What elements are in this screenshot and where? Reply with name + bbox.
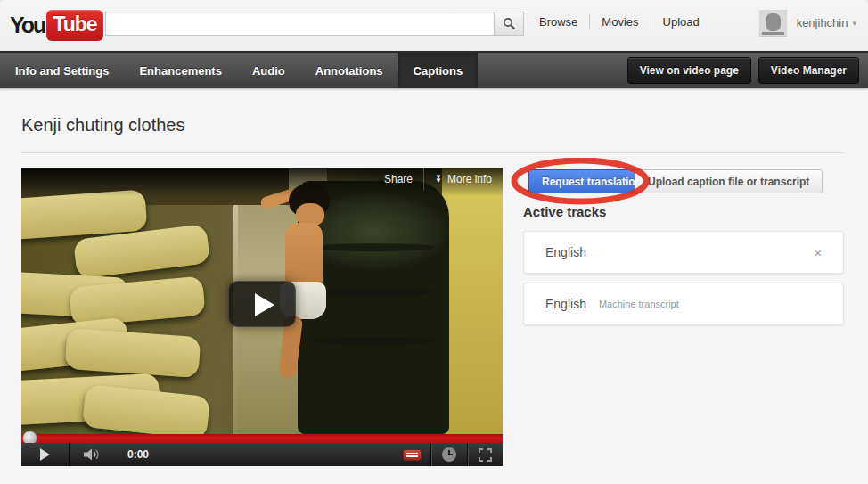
- search-bar: [105, 12, 524, 36]
- fullscreen-button[interactable]: [468, 443, 503, 466]
- logo-tube-text: Tube: [46, 10, 102, 41]
- progress-bar[interactable]: [21, 434, 503, 443]
- avatar: [759, 10, 787, 36]
- caption-track-row-machine-transcript[interactable]: English Machine transcript: [523, 283, 844, 325]
- avatar-silhouette-icon: [766, 13, 781, 31]
- play-icon: [255, 293, 274, 316]
- top-navigation: Browse Movies Upload: [539, 14, 700, 29]
- user-menu[interactable]: kenjihchin ▾: [759, 10, 856, 36]
- video-thumbnail: Share ▼▼ More info: [21, 168, 503, 434]
- tab-audio[interactable]: Audio: [237, 53, 300, 88]
- view-on-video-page-button[interactable]: View on video page: [627, 57, 751, 84]
- clock-icon: [442, 447, 456, 462]
- search-icon: [503, 17, 516, 30]
- nav-separator: [651, 14, 651, 29]
- caption-track-row-english[interactable]: English ×: [523, 231, 844, 274]
- captions-icon: [403, 449, 422, 461]
- logo-you-text: You: [10, 12, 45, 38]
- track-language: English: [545, 245, 586, 259]
- video-manager-button[interactable]: Video Manager: [758, 57, 859, 84]
- captions-toggle-button[interactable]: [394, 443, 430, 466]
- top-header: You Tube Browse Movies Upload ken: [0, 0, 868, 51]
- fullscreen-icon: [479, 448, 492, 462]
- volume-icon: [84, 448, 101, 461]
- tab-captions[interactable]: Captions: [398, 53, 479, 88]
- active-tracks-heading: Active tracks: [523, 204, 606, 219]
- nav-browse[interactable]: Browse: [539, 15, 577, 29]
- volume-button[interactable]: [84, 443, 101, 466]
- double-chevron-down-icon: ▼▼: [435, 176, 442, 183]
- more-info-button[interactable]: ▼▼ More info: [424, 168, 503, 191]
- search-input[interactable]: [105, 12, 494, 36]
- close-icon[interactable]: ×: [814, 246, 822, 259]
- upload-caption-file-button[interactable]: Upload caption file or transcript: [635, 169, 823, 193]
- chevron-down-icon: ▾: [852, 19, 856, 28]
- editor-tab-bar: Info and Settings Enhancements Audio Ann…: [0, 51, 868, 88]
- nav-upload[interactable]: Upload: [663, 15, 700, 29]
- play-button[interactable]: [21, 443, 69, 466]
- youtube-logo[interactable]: You Tube: [10, 10, 103, 41]
- track-language: English: [545, 297, 586, 311]
- player-controls: 0:00: [21, 443, 503, 466]
- username: kenjihchin: [797, 16, 848, 29]
- play-icon: [40, 448, 50, 461]
- player-overlay-bar: Share ▼▼ More info: [21, 168, 503, 196]
- tab-enhancements[interactable]: Enhancements: [124, 53, 236, 88]
- watch-later-button[interactable]: [431, 443, 467, 466]
- tab-annotations[interactable]: Annotations: [300, 53, 398, 88]
- big-play-button[interactable]: [228, 281, 296, 327]
- share-button[interactable]: Share: [373, 168, 423, 191]
- page-title: Kenji chuting clothes: [21, 115, 184, 135]
- youtube-video-editor-page: You Tube Browse Movies Upload ken: [0, 0, 868, 484]
- nav-movies[interactable]: Movies: [602, 15, 638, 29]
- nav-separator: [589, 14, 590, 29]
- video-player: Share ▼▼ More info: [21, 168, 503, 466]
- divider: [21, 152, 844, 153]
- search-button[interactable]: [494, 12, 524, 36]
- track-note: Machine transcript: [599, 299, 679, 309]
- time-display: 0:00: [127, 448, 149, 461]
- tab-bar-actions: View on video page Video Manager: [620, 53, 868, 88]
- tab-info-and-settings[interactable]: Info and Settings: [0, 53, 124, 88]
